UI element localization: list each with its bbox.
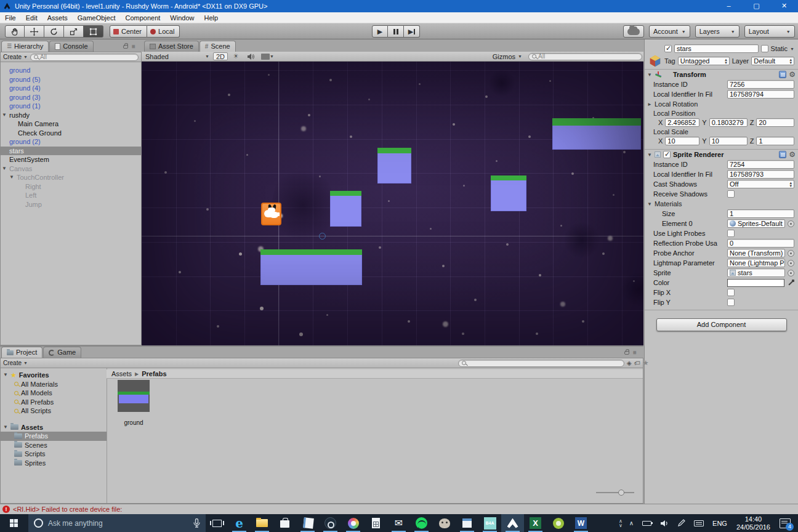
layer-dropdown[interactable]: Default▴▾ — [751, 57, 794, 65]
taskbar-app-unity[interactable] — [501, 514, 524, 532]
taskbar-app-paint[interactable] — [342, 514, 365, 532]
scale-z-field[interactable]: 1 — [756, 137, 794, 145]
lock-icon[interactable] — [123, 45, 128, 49]
scene-viewport[interactable] — [142, 62, 643, 345]
search-by-label-icon[interactable]: 🏷 — [634, 360, 640, 366]
pause-button[interactable] — [388, 25, 404, 38]
taskbar-app-edge[interactable]: e — [228, 514, 251, 532]
draw-mode-dropdown[interactable]: Shaded▼ — [143, 52, 212, 60]
foldout-arrow[interactable]: ▼ — [2, 164, 7, 174]
position-z-field[interactable]: 20 — [756, 118, 794, 127]
search-by-type-icon[interactable]: ◈ — [627, 360, 632, 366]
taskbar-app-steam[interactable] — [319, 514, 342, 532]
taskbar-scroll-arrows[interactable]: ∧∨ — [616, 519, 625, 528]
scene-lighting-button[interactable]: ☀ — [229, 52, 243, 60]
project-splitter[interactable] — [107, 368, 107, 503]
minimize-button[interactable]: – — [715, 0, 743, 12]
thumbnail-size-slider[interactable] — [596, 490, 634, 496]
hierarchy-item-ground-2[interactable]: ground (2) — [1, 137, 141, 147]
ground-platform[interactable] — [260, 249, 362, 285]
scene-audio-button[interactable] — [244, 52, 257, 60]
maximize-button[interactable]: ▢ — [743, 0, 770, 12]
gear-icon[interactable]: ⚙ — [789, 151, 796, 158]
hidden-icons-chevron[interactable]: ∧ — [625, 514, 638, 532]
hierarchy-create-button[interactable]: Create▼ — [3, 54, 28, 60]
hierarchy-item-jump[interactable]: Jump — [1, 200, 141, 209]
object-picker-icon[interactable] — [788, 220, 794, 227]
folder-sprites[interactable]: Sprites — [1, 459, 107, 468]
hierarchy-item-check-ground[interactable]: Check Ground — [1, 129, 141, 138]
asset-label[interactable]: ground — [111, 419, 156, 426]
object-picker-icon[interactable] — [788, 270, 794, 276]
space-toggle-button[interactable]: Local — [147, 25, 180, 38]
rotate-tool-button[interactable] — [44, 25, 64, 38]
reflection-probe-field[interactable]: 0 — [727, 239, 794, 248]
start-button[interactable] — [0, 514, 28, 532]
hierarchy-search-input[interactable]: All — [30, 54, 139, 61]
cast-shadows-dropdown[interactable]: Off▴▾ — [727, 180, 794, 188]
lightmap-parameters-field[interactable]: None (Lightmap Par. — [727, 259, 785, 267]
taskbar-app-b4a[interactable]: B4A — [478, 514, 501, 532]
menu-gameobject[interactable]: GameObject — [73, 14, 121, 22]
receive-shadows-checkbox[interactable] — [727, 190, 735, 198]
ground-platform[interactable] — [552, 118, 641, 150]
task-view-button[interactable] — [206, 514, 228, 532]
foldout-arrow[interactable]: ▼ — [2, 111, 7, 120]
taskbar-app-excel[interactable]: X — [524, 514, 547, 532]
static-checkbox[interactable] — [761, 45, 768, 52]
scale-y-field[interactable]: 10 — [709, 137, 748, 145]
foldout-arrow[interactable]: ▼ — [3, 371, 8, 380]
taskbar-app-explorer[interactable] — [251, 514, 273, 532]
hierarchy-item-canvas[interactable]: ▼Canvas — [1, 164, 141, 174]
tab-hierarchy[interactable]: ☰Hierarchy — [1, 41, 49, 52]
folder-scenes[interactable]: Scenes — [1, 441, 107, 450]
battery-icon[interactable] — [638, 514, 656, 532]
chevron-down-icon[interactable]: ▼ — [790, 47, 794, 51]
local-identifier-field[interactable]: 167589794 — [727, 90, 794, 99]
object-name-field[interactable]: stars — [674, 44, 759, 53]
panel-divider[interactable] — [0, 345, 643, 347]
add-component-button[interactable]: Add Component — [656, 318, 787, 331]
tab-project[interactable]: Project — [1, 347, 42, 358]
panel-menu-icon[interactable]: ≡ — [633, 349, 637, 356]
probe-anchor-field[interactable]: None (Transform) — [727, 249, 785, 257]
ground-platform[interactable] — [377, 148, 411, 183]
favorites-root[interactable]: ▼★Favorites — [1, 371, 107, 380]
menu-edit[interactable]: Edit — [21, 14, 42, 22]
taskbar-app-android-studio[interactable] — [547, 514, 570, 532]
panel-menu-icon[interactable]: ≡ — [132, 43, 135, 50]
hierarchy-item-ground[interactable]: ground — [1, 66, 141, 75]
asset-thumbnail-ground[interactable] — [118, 380, 150, 412]
cortana-search-box[interactable]: Ask me anything — [28, 514, 206, 532]
flip-y-checkbox[interactable] — [727, 299, 735, 306]
project-search-input[interactable] — [458, 360, 624, 367]
favorite-all-materials[interactable]: All Materials — [1, 380, 107, 389]
favorite-all-prefabs[interactable]: All Prefabs — [1, 398, 107, 407]
favorite-all-scripts[interactable]: All Scripts — [1, 406, 107, 416]
position-y-field[interactable]: 0.1803279 — [709, 118, 748, 127]
project-create-button[interactable]: Create▼ — [3, 360, 28, 366]
taskbar-app-gimp[interactable] — [433, 514, 456, 532]
taskbar-app-calculator[interactable] — [365, 514, 387, 532]
hierarchy-item-left[interactable]: Left — [1, 191, 141, 200]
step-button[interactable]: ▶ — [404, 25, 420, 38]
hierarchy-item-rushdy[interactable]: ▼rushdy — [1, 111, 141, 120]
player-character-sprite[interactable] — [261, 203, 281, 225]
volume-icon[interactable] — [656, 514, 673, 532]
move-tool-button[interactable] — [25, 25, 44, 38]
help-icon[interactable] — [779, 71, 786, 78]
close-button[interactable]: ✕ — [770, 0, 798, 12]
hierarchy-item-right[interactable]: Right — [1, 182, 141, 191]
scale-x-field[interactable]: 10 — [665, 137, 699, 145]
object-picker-icon[interactable] — [788, 250, 794, 257]
ground-platform[interactable] — [330, 191, 361, 227]
tag-dropdown[interactable]: Untagged▴▾ — [678, 57, 730, 65]
hierarchy-item-touchcontroller[interactable]: ▼TouchController — [1, 173, 141, 182]
menu-help[interactable]: Help — [199, 14, 223, 22]
touch-keyboard-icon[interactable] — [690, 514, 708, 532]
foldout-arrow[interactable]: ▼ — [647, 152, 652, 158]
tab-console[interactable]: Console — [49, 41, 93, 52]
hierarchy-item-ground-3[interactable]: ground (3) — [1, 93, 141, 102]
gizmos-dropdown[interactable]: Gizmos▼ — [490, 52, 525, 60]
hierarchy-item-ground-1[interactable]: ground (1) — [1, 102, 141, 111]
